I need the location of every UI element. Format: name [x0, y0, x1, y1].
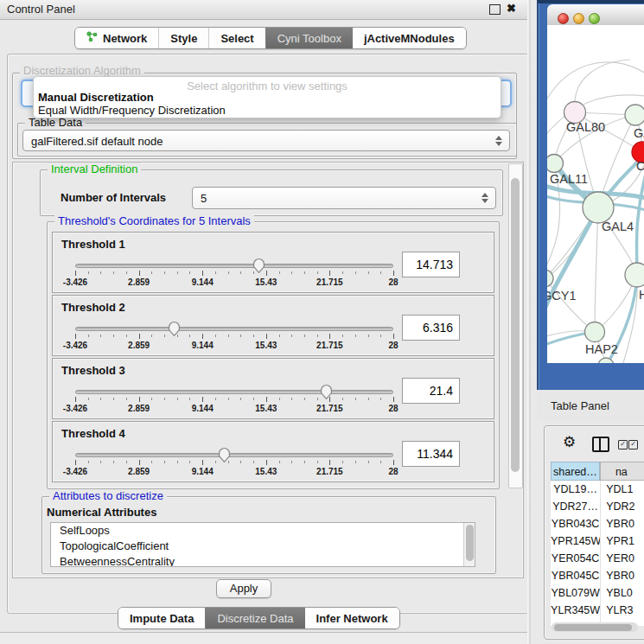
apply-button[interactable]: Apply	[216, 579, 271, 598]
column-header-shared-name[interactable]: shared…	[551, 462, 600, 481]
slider-tick-label: 28	[388, 277, 398, 287]
scrollbar-thumb[interactable]	[466, 525, 474, 561]
tab-discretize-data[interactable]: Discretize Data	[205, 608, 304, 628]
slider-track[interactable]	[75, 390, 393, 394]
settings-gear-icon[interactable]: ⚙	[563, 433, 576, 451]
slider-track[interactable]	[75, 453, 393, 457]
threshold-slider[interactable]: -3.4262.8599.14415.4321.71528	[75, 444, 393, 481]
threshold-slider[interactable]: -3.4262.8599.14415.4321.71528	[75, 381, 393, 418]
slider-tick-label: 28	[388, 341, 398, 350]
network-node[interactable]	[583, 192, 614, 223]
network-node[interactable]	[625, 263, 644, 287]
slider-handle[interactable]	[167, 320, 182, 337]
table-cell[interactable]: YDR27…	[551, 498, 601, 515]
threshold-value-field[interactable]: 6.316	[402, 315, 460, 341]
dropdown-option-manual[interactable]: Manual Discretization	[38, 91, 154, 104]
tab-network[interactable]: Network	[75, 28, 158, 48]
table-cell[interactable]: YBR0	[601, 515, 644, 532]
network-node-label: GAL80	[566, 120, 605, 134]
panel-divider[interactable]	[527, 0, 531, 644]
tab-select[interactable]: Select	[208, 28, 265, 48]
scrollbar-thumb[interactable]	[554, 624, 632, 631]
slider-tick	[291, 398, 292, 400]
slider-tick	[202, 397, 203, 402]
slider-track[interactable]	[75, 264, 393, 268]
table-cell[interactable]: YBR0	[601, 567, 644, 584]
table-row[interactable]: YER054CYER0	[551, 550, 644, 567]
tab-impute-data[interactable]: Impute Data	[118, 608, 205, 628]
slider-tick	[368, 461, 369, 463]
table-row[interactable]: YDL19…YDL1	[551, 481, 644, 498]
network-window-titlebar[interactable]	[547, 4, 644, 26]
split-columns-icon[interactable]	[592, 437, 609, 452]
table-data-combobox[interactable]: galFiltered.sif default node	[22, 130, 510, 151]
close-icon[interactable]: ✖	[507, 2, 516, 15]
slider-track[interactable]	[75, 327, 393, 331]
slider-tick	[177, 461, 178, 463]
tab-infer-network[interactable]: Infer Network	[305, 608, 399, 628]
dropdown-option-equal-width[interactable]: Equal Width/Frequency Discretization	[38, 104, 226, 117]
table-panel-title: Table Panel	[551, 399, 609, 412]
scrollbar-thumb[interactable]	[511, 178, 520, 472]
float-window-icon[interactable]	[489, 4, 501, 15]
slider-tick	[151, 461, 152, 463]
attribute-list-item[interactable]: SelfLoops	[51, 523, 475, 539]
zoom-traffic-light-icon[interactable]	[589, 13, 600, 24]
settings-vertical-scrollbar[interactable]	[508, 163, 523, 488]
checkbox-icon[interactable]: ✓	[618, 440, 628, 450]
close-traffic-light-icon[interactable]	[558, 13, 569, 24]
tab-label: Cyni Toolbox	[277, 32, 341, 45]
checkbox-icon[interactable]: ✓	[628, 440, 638, 450]
attribute-list-item[interactable]: BetweennessCentrality	[51, 554, 475, 567]
threshold-value-field[interactable]: 11.344	[402, 441, 460, 467]
table-cell[interactable]: YBL0	[601, 584, 644, 602]
slider-tick	[113, 271, 114, 274]
numerical-attributes-list[interactable]: SelfLoopsTopologicalCoefficientBetweenne…	[50, 522, 475, 567]
attribute-list-item[interactable]: TopologicalCoefficient	[51, 539, 475, 554]
slider-handle[interactable]	[319, 383, 334, 400]
column-header-name[interactable]: na	[600, 462, 644, 481]
table-row[interactable]: YBR045CYBR0	[551, 567, 644, 584]
network-node[interactable]	[547, 270, 553, 287]
threshold-value-field[interactable]: 21.4	[402, 378, 460, 404]
table-row[interactable]: YDR27…YDR2	[551, 498, 644, 515]
number-of-intervals-combobox[interactable]: 5	[192, 187, 496, 209]
table-cell[interactable]: YPR145W	[551, 532, 601, 550]
tab-cyni-toolbox[interactable]: Cyni Toolbox	[265, 28, 353, 48]
table-cell[interactable]: YLR345W	[551, 602, 601, 619]
table-cell[interactable]: YBR043C	[551, 515, 601, 532]
threshold-slider[interactable]: -3.4262.8599.14415.4321.71528	[75, 318, 393, 354]
slider-handle[interactable]	[217, 446, 232, 463]
table-cell[interactable]: YBL079W	[551, 584, 601, 602]
network-node[interactable]	[547, 155, 564, 173]
slider-tick	[177, 398, 178, 400]
network-node[interactable]	[625, 105, 644, 125]
table-row[interactable]: YPR145WYPR1	[551, 532, 644, 550]
table-cell[interactable]: YPR1	[601, 532, 644, 550]
table-cell[interactable]: YDL1	[601, 481, 644, 498]
node-table[interactable]: shared… na YDL19…YDL1YDR27…YDR2YBR043CYB…	[551, 462, 644, 626]
network-view[interactable]: GAL80GACGAL11GAL4HGCY1HAP2	[547, 25, 644, 363]
table-cell[interactable]: YBR045C	[551, 567, 601, 584]
minimize-traffic-light-icon[interactable]	[573, 13, 584, 24]
slider-tick	[126, 335, 127, 337]
threshold-3-panel: Threshold 3 -3.4262.8599.14415.4321.7152…	[52, 358, 494, 419]
table-horizontal-scrollbar[interactable]	[552, 622, 638, 632]
tab-style[interactable]: Style	[158, 28, 208, 48]
table-row[interactable]: YLR345WYLR3	[551, 602, 644, 619]
table-cell[interactable]: YER0	[601, 550, 644, 567]
table-cell[interactable]: YER054C	[551, 550, 601, 567]
table-row[interactable]: YBR043CYBR0	[551, 515, 644, 532]
slider-handle[interactable]	[252, 257, 266, 274]
tab-label: Select	[220, 32, 253, 45]
table-cell[interactable]: YDR2	[601, 498, 644, 515]
threshold-slider[interactable]: -3.4262.8599.14415.4321.71528	[75, 255, 393, 291]
attributes-list-scrollbar[interactable]	[463, 523, 475, 566]
threshold-label: Threshold 3	[61, 364, 125, 377]
table-row[interactable]: YBL079WYBL0	[551, 584, 644, 602]
tab-jactivemnodules[interactable]: jActiveMNodules	[353, 28, 466, 48]
table-cell[interactable]: YLR3	[601, 602, 644, 619]
table-cell[interactable]: YDL19…	[551, 481, 601, 498]
threshold-value-field[interactable]: 14.713	[402, 252, 460, 277]
network-node[interactable]	[585, 322, 605, 342]
